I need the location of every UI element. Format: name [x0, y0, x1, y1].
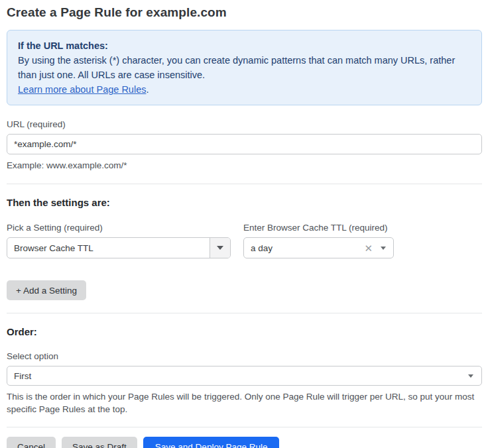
url-field-label: URL (required) — [7, 119, 482, 129]
link-period: . — [146, 84, 149, 95]
settings-section-heading: Then the settings are: — [7, 197, 482, 208]
setting-picker-arrow-cell[interactable] — [210, 238, 230, 258]
setting-picker-value: Browser Cache TTL — [7, 238, 210, 258]
order-helper-text: This is the order in which your Page Rul… — [7, 390, 482, 416]
setting-picker-label: Pick a Setting (required) — [7, 223, 231, 233]
ttl-picker-icons: ✕ — [357, 238, 393, 258]
order-select[interactable]: First — [7, 366, 482, 386]
divider — [7, 313, 482, 313]
order-select-value: First — [7, 366, 460, 385]
ttl-picker-select[interactable]: a day ✕ — [243, 237, 394, 258]
chevron-down-icon[interactable] — [381, 247, 386, 250]
order-select-icons — [460, 366, 481, 385]
save-and-deploy-button[interactable]: Save and Deploy Page Rule — [143, 437, 280, 448]
cancel-button[interactable]: Cancel — [7, 437, 56, 448]
url-match-info-box: If the URL matches: By using the asteris… — [7, 30, 482, 105]
learn-more-link[interactable]: Learn more about Page Rules — [18, 84, 146, 95]
order-select-label: Select option — [7, 351, 482, 361]
setting-picker-column: Pick a Setting (required) Browser Cache … — [7, 209, 231, 258]
settings-row: Pick a Setting (required) Browser Cache … — [7, 209, 482, 258]
clear-icon[interactable]: ✕ — [364, 243, 373, 253]
order-section-heading: Order: — [7, 326, 482, 337]
add-setting-button[interactable]: + Add a Setting — [7, 280, 86, 300]
divider — [7, 427, 482, 427]
chevron-down-icon — [468, 374, 473, 378]
save-as-draft-button[interactable]: Save as Draft — [62, 437, 137, 448]
divider — [7, 184, 482, 184]
setting-picker-select[interactable]: Browser Cache TTL — [7, 237, 231, 258]
info-box-body: By using the asterisk (*) character, you… — [18, 53, 471, 97]
url-example-helper: Example: www.example.com/* — [7, 159, 482, 172]
info-box-heading: If the URL matches: — [18, 38, 471, 53]
page-title: Create a Page Rule for example.com — [7, 5, 482, 20]
footer-actions: Cancel Save as Draft Save and Deploy Pag… — [7, 437, 482, 448]
chevron-down-icon — [217, 246, 223, 250]
ttl-picker-column: Enter Browser Cache TTL (required) a day… — [243, 209, 394, 258]
info-box-body-text: By using the asterisk (*) character, you… — [18, 55, 455, 80]
ttl-picker-value: a day — [244, 238, 357, 258]
url-input[interactable] — [7, 134, 482, 154]
ttl-picker-label: Enter Browser Cache TTL (required) — [243, 223, 394, 233]
